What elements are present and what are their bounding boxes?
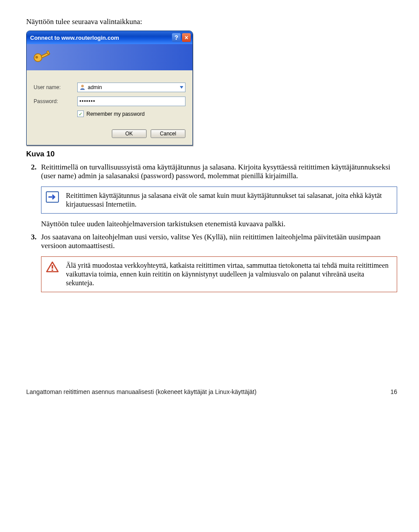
username-input[interactable]: admin [77,83,185,92]
svg-rect-7 [52,269,53,271]
remember-checkbox[interactable]: ✓ [77,111,84,117]
intro-text: Näyttöön tulee seuraava valintaikkuna: [26,17,397,26]
password-row: Password: ••••••• [34,97,185,106]
password-label: Password: [34,98,77,104]
username-value: admin [88,84,102,90]
remember-label: Remember my password [86,111,144,117]
username-label: User name: [34,84,77,90]
cancel-button[interactable]: Cancel [151,129,185,138]
dialog-banner [27,44,192,70]
arrow-icon [46,191,59,203]
note-text: Reitittimen käyttäjätunnus ja salasana e… [66,192,382,208]
password-value: ••••••• [79,98,95,104]
figure-caption: Kuva 10 [26,150,397,159]
svg-point-4 [81,85,84,87]
svg-point-1 [35,56,38,59]
login-dialog: Connect to www.routerlogin.com ? × User … [26,31,193,145]
password-input[interactable]: ••••••• [77,97,185,106]
help-button[interactable]: ? [172,33,181,42]
dialog-title: Connect to www.routerlogin.com [30,35,171,41]
page-number: 16 [390,388,397,395]
user-icon [79,84,86,90]
page-footer: Langattoman reitittimen asennus manuaali… [26,388,397,395]
warning-icon [46,261,59,273]
ok-button[interactable]: OK [112,129,147,138]
dialog-body: User name: admin Password: ••••••• ✓ Rem… [27,70,192,145]
dialog-titlebar: Connect to www.routerlogin.com ? × [27,31,192,44]
mid-paragraph: Näyttöön tulee uuden laiteohjelmaversion… [41,220,397,228]
svg-rect-6 [52,265,53,269]
step-2: Reitittimellä on turvallisuussyistä oma … [38,163,397,180]
username-row: User name: admin [34,83,185,92]
remember-row[interactable]: ✓ Remember my password [77,111,185,117]
keys-icon [32,46,53,69]
dialog-buttons: OK Cancel [34,129,185,138]
step-3: Jos saatavana on laiteohjelman uusi vers… [38,233,397,250]
warning-box: Älä yritä muodostaa verkkoyhteyttä, katk… [41,256,397,292]
svg-point-0 [34,54,42,62]
warning-text: Älä yritä muodostaa verkkoyhteyttä, katk… [66,262,388,287]
close-button[interactable]: × [182,33,191,42]
footer-text: Langattoman reitittimen asennus manuaali… [26,388,257,395]
note-box: Reitittimen käyttäjätunnus ja salasana e… [41,187,397,214]
